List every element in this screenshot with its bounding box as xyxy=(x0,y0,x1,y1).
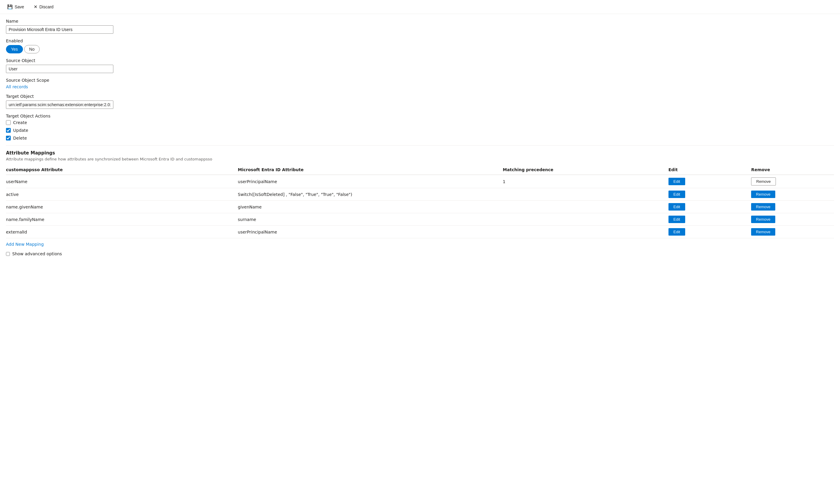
update-label: Update xyxy=(13,128,28,133)
col-header-matching: Matching precedence xyxy=(503,165,668,175)
target-actions-group: Target Object Actions Create Update Dele… xyxy=(6,114,834,141)
checkbox-group: Create Update Delete xyxy=(6,120,834,141)
cell-remove: Remove xyxy=(751,213,834,226)
delete-button[interactable]: Remove xyxy=(751,216,775,223)
attribute-mappings-section: Attribute Mappings Attribute mappings de… xyxy=(6,150,834,256)
mappings-table: customappsso Attribute Microsoft Entra I… xyxy=(6,165,834,238)
enabled-label: Enabled xyxy=(6,38,834,43)
advanced-options-row: Show advanced options xyxy=(6,251,834,256)
edit-button[interactable]: Edit xyxy=(668,191,685,198)
name-field-group: Name xyxy=(6,19,834,34)
cell-entra: userPrincipalName xyxy=(238,175,503,188)
cell-matching: 1 xyxy=(503,175,668,188)
create-checkbox[interactable] xyxy=(6,120,11,125)
cell-custom: name.familyName xyxy=(6,213,238,226)
cell-custom: name.givenName xyxy=(6,201,238,213)
create-label: Create xyxy=(13,120,27,125)
delete-button-disabled: Remove xyxy=(751,177,775,185)
cell-matching xyxy=(503,213,668,226)
edit-button[interactable]: Edit xyxy=(668,228,685,236)
cell-remove: Remove xyxy=(751,201,834,213)
source-scope-field-group: Source Object Scope All records xyxy=(6,78,834,89)
source-object-field-group: Source Object xyxy=(6,58,834,73)
all-records-link[interactable]: All records xyxy=(6,85,28,89)
cell-edit: Edit xyxy=(668,175,751,188)
cell-custom: active xyxy=(6,188,238,201)
target-object-label: Target Object xyxy=(6,94,834,99)
close-icon: ✕ xyxy=(34,4,38,10)
cell-remove: Remove xyxy=(751,226,834,238)
cell-edit: Edit xyxy=(668,188,751,201)
update-checkbox-item: Update xyxy=(6,128,834,133)
source-object-label: Source Object xyxy=(6,58,834,63)
table-row: name.givenNamegivenNameEditRemove xyxy=(6,201,834,213)
cell-entra: Switch([IsSoftDeleted] , "False", "True"… xyxy=(238,188,503,201)
save-icon: 💾 xyxy=(7,4,13,10)
toggle-group: Yes No xyxy=(6,45,834,53)
table-row: name.familyNamesurnameEditRemove xyxy=(6,213,834,226)
target-object-input[interactable] xyxy=(6,101,113,109)
name-input[interactable] xyxy=(6,25,113,34)
cell-entra: surname xyxy=(238,213,503,226)
cell-remove: Remove xyxy=(751,175,834,188)
table-row: userNameuserPrincipalName1EditRemove xyxy=(6,175,834,188)
update-checkbox[interactable] xyxy=(6,128,11,133)
cell-edit: Edit xyxy=(668,226,751,238)
cell-remove: Remove xyxy=(751,188,834,201)
create-checkbox-item: Create xyxy=(6,120,834,125)
divider-1 xyxy=(6,145,834,146)
advanced-options-checkbox[interactable] xyxy=(6,252,10,256)
cell-edit: Edit xyxy=(668,201,751,213)
name-label: Name xyxy=(6,19,834,23)
cell-matching xyxy=(503,201,668,213)
edit-button[interactable]: Edit xyxy=(668,178,685,185)
delete-button[interactable]: Remove xyxy=(751,203,775,211)
toolbar: 💾 Save ✕ Discard xyxy=(0,0,840,14)
target-object-field-group: Target Object xyxy=(6,94,834,109)
cell-entra: givenName xyxy=(238,201,503,213)
mappings-tbody: userNameuserPrincipalName1EditRemoveacti… xyxy=(6,175,834,238)
enabled-field-group: Enabled Yes No xyxy=(6,38,834,53)
col-header-entra: Microsoft Entra ID Attribute xyxy=(238,165,503,175)
delete-checkbox-item: Delete xyxy=(6,136,834,141)
delete-checkbox[interactable] xyxy=(6,136,11,141)
cell-edit: Edit xyxy=(668,213,751,226)
table-row: externalIduserPrincipalNameEditRemove xyxy=(6,226,834,238)
edit-button[interactable]: Edit xyxy=(668,203,685,211)
add-mapping-label: Add New Mapping xyxy=(6,242,44,247)
cell-entra: userPrincipalName xyxy=(238,226,503,238)
save-button[interactable]: 💾 Save xyxy=(5,3,26,11)
delete-button[interactable]: Remove xyxy=(751,228,775,236)
table-row: activeSwitch([IsSoftDeleted] , "False", … xyxy=(6,188,834,201)
no-toggle[interactable]: No xyxy=(24,45,40,53)
add-new-mapping-link[interactable]: Add New Mapping xyxy=(6,242,44,247)
delete-label: Delete xyxy=(13,136,27,141)
attribute-mappings-desc: Attribute mappings define how attributes… xyxy=(6,157,834,161)
target-actions-label: Target Object Actions xyxy=(6,114,834,119)
cell-matching xyxy=(503,226,668,238)
table-header-row: customappsso Attribute Microsoft Entra I… xyxy=(6,165,834,175)
col-header-custom: customappsso Attribute xyxy=(6,165,238,175)
discard-button[interactable]: ✕ Discard xyxy=(31,3,56,11)
content-area: Name Enabled Yes No Source Object Source… xyxy=(0,14,840,261)
edit-button[interactable]: Edit xyxy=(668,216,685,223)
cell-custom: externalId xyxy=(6,226,238,238)
source-scope-label: Source Object Scope xyxy=(6,78,834,83)
advanced-options-label: Show advanced options xyxy=(12,251,62,256)
cell-custom: userName xyxy=(6,175,238,188)
attribute-mappings-title: Attribute Mappings xyxy=(6,150,834,156)
cell-matching xyxy=(503,188,668,201)
delete-button[interactable]: Remove xyxy=(751,191,775,198)
col-header-remove: Remove xyxy=(751,165,834,175)
source-object-input[interactable] xyxy=(6,65,113,73)
col-header-edit: Edit xyxy=(668,165,751,175)
yes-toggle[interactable]: Yes xyxy=(6,45,23,53)
